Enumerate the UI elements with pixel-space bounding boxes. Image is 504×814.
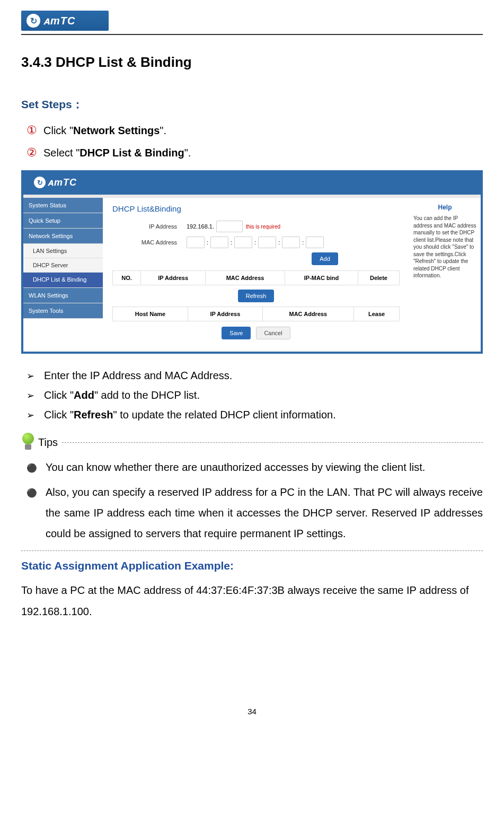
- sidebar-item-system-tools[interactable]: System Tools: [23, 303, 103, 319]
- help-panel: Help You can add the IP address and MAC …: [409, 198, 481, 352]
- sidebar-item-network-settings[interactable]: Network Settings: [23, 229, 103, 244]
- col-ip: IP Address: [140, 271, 205, 285]
- section-heading: 3.4.3 DHCP List & Binding: [21, 54, 483, 71]
- add-button[interactable]: Add: [312, 252, 338, 265]
- step-1-text: Click "Network Settings".: [43, 125, 166, 137]
- step-1: ① Click "Network Settings".: [26, 124, 483, 137]
- ip-address-input[interactable]: [216, 221, 243, 232]
- col-mac: MAC Address: [206, 271, 285, 285]
- col-no: NO.: [113, 271, 141, 285]
- mac-input-3[interactable]: [234, 237, 252, 248]
- col-hostname: Host Name: [113, 307, 188, 321]
- col-ip2: IP Address: [188, 307, 262, 321]
- bullet-2-text: Click "Add" add to the DHCP list.: [44, 389, 200, 401]
- example-heading: Static Assignment Application Example:: [21, 559, 483, 572]
- tips-header: Tips: [21, 433, 483, 452]
- tips-dashed-line: [62, 442, 483, 443]
- bottom-dashed-line: [21, 550, 483, 551]
- mac-input-group: :::::: [187, 237, 324, 248]
- step-number-1: ①: [26, 124, 37, 137]
- help-text: You can add the IP address and MAC addre…: [413, 215, 476, 279]
- col-lease: Lease: [354, 307, 400, 321]
- sidebar-item-system-status[interactable]: System Status: [23, 198, 103, 213]
- sidebar-item-dhcp-list-binding[interactable]: DHCP List & Binding: [23, 273, 103, 288]
- tip-2-text: Also, you can specify a reserved IP addr…: [46, 482, 483, 544]
- bullet-dot-icon: ⚫: [26, 485, 37, 501]
- header-rule: [21, 34, 483, 35]
- page-number: 34: [21, 707, 483, 716]
- router-logo: ↻ ᴀmTC: [34, 177, 77, 188]
- doc-brand-logo: ↻ ᴀmTC: [21, 11, 109, 31]
- ip-required-text: this is required: [246, 224, 280, 230]
- cancel-button[interactable]: Cancel: [256, 327, 290, 339]
- router-logo-icon: ↻: [34, 177, 46, 188]
- tip-2: ⚫ Also, you can specify a reserved IP ad…: [26, 482, 483, 544]
- help-title: Help: [413, 203, 476, 212]
- tip-1: ⚫ You can know whether there are unautho…: [26, 457, 483, 478]
- tips-label: Tips: [38, 436, 58, 449]
- lightbulb-icon: [21, 433, 35, 452]
- step-2: ② Select "DHCP List & Binding".: [26, 146, 483, 160]
- logo-swirl-icon: ↻: [26, 14, 40, 28]
- sidebar-item-quick-setup[interactable]: Quick Setup: [23, 213, 103, 229]
- example-body: To have a PC at the MAC address of 44:37…: [21, 580, 483, 622]
- router-ui-screenshot: ↻ ᴀmTC System Status Quick Setup Network…: [21, 170, 483, 354]
- arrow-icon: ➢: [26, 390, 34, 401]
- panel-title: DHCP List&Binding: [112, 204, 400, 213]
- ip-address-label: IP Address: [112, 223, 187, 230]
- ip-prefix: 192.168.1.: [187, 223, 214, 230]
- router-topbar: ↻ ᴀmTC: [23, 170, 481, 195]
- arrow-icon: ➢: [26, 370, 34, 382]
- bullet-1-text: Enter the IP Address and MAC Address.: [44, 370, 232, 382]
- mac-input-2[interactable]: [210, 237, 228, 248]
- router-sidebar: System Status Quick Setup Network Settin…: [23, 198, 103, 352]
- router-logo-text: ᴀmTC: [48, 177, 77, 188]
- sidebar-item-lan-settings[interactable]: LAN Settings: [23, 244, 103, 258]
- set-steps-label: Set Steps：: [21, 97, 483, 112]
- col-delete: Delete: [358, 271, 399, 285]
- step-2-text: Select "DHCP List & Binding".: [43, 147, 191, 159]
- instruction-bullet-1: ➢ Enter the IP Address and MAC Address.: [26, 370, 483, 382]
- binding-table: NO. IP Address MAC Address IP-MAC bind D…: [112, 270, 400, 285]
- col-mac2: MAC Address: [262, 307, 353, 321]
- mac-input-4[interactable]: [258, 237, 276, 248]
- mac-input-1[interactable]: [187, 237, 205, 248]
- instruction-bullet-2: ➢ Click "Add" add to the DHCP list.: [26, 389, 483, 401]
- col-bind: IP-MAC bind: [285, 271, 358, 285]
- sidebar-item-wlan-settings[interactable]: WLAN Settings: [23, 288, 103, 303]
- bullet-dot-icon: ⚫: [26, 460, 37, 476]
- logo-text: ᴀmTC: [43, 14, 75, 27]
- instruction-bullet-3: ➢ Click "Refresh" to update the related …: [26, 409, 483, 421]
- step-number-2: ②: [26, 146, 37, 160]
- bullet-3-text: Click "Refresh" to update the related DH…: [44, 409, 336, 421]
- tip-1-text: You can know whether there are unauthori…: [46, 457, 483, 478]
- sidebar-item-dhcp-server[interactable]: DHCP Server: [23, 258, 103, 273]
- client-table: Host Name IP Address MAC Address Lease: [112, 307, 400, 321]
- mac-input-6[interactable]: [306, 237, 324, 248]
- save-button[interactable]: Save: [222, 327, 251, 339]
- mac-input-5[interactable]: [282, 237, 300, 248]
- refresh-button[interactable]: Refresh: [238, 290, 275, 302]
- arrow-icon: ➢: [26, 409, 34, 421]
- mac-address-label: MAC Address: [112, 239, 187, 246]
- router-main-panel: DHCP List&Binding IP Address 192.168.1. …: [103, 198, 409, 352]
